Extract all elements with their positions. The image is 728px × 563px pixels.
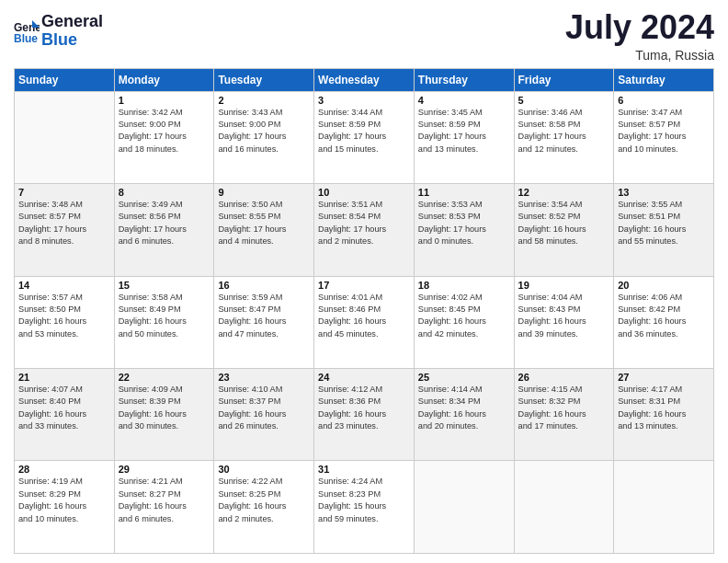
calendar-cell [514, 461, 614, 554]
calendar-cell: 27Sunrise: 4:17 AM Sunset: 8:31 PM Dayli… [614, 369, 714, 461]
calendar-cell: 10Sunrise: 3:51 AM Sunset: 8:54 PM Dayli… [314, 184, 415, 276]
calendar-cell: 9Sunrise: 3:50 AM Sunset: 8:55 PM Daylig… [214, 184, 314, 276]
day-info: Sunrise: 3:54 AM Sunset: 8:52 PM Dayligh… [518, 199, 610, 247]
day-number: 22 [119, 372, 210, 383]
svg-text:Blue: Blue [14, 32, 38, 44]
day-info: Sunrise: 4:21 AM Sunset: 8:27 PM Dayligh… [119, 476, 210, 524]
logo-line2: Blue [41, 30, 77, 49]
calendar: SundayMondayTuesdayWednesdayThursdayFrid… [14, 68, 714, 554]
calendar-cell: 8Sunrise: 3:49 AM Sunset: 8:56 PM Daylig… [114, 184, 214, 276]
day-number: 8 [119, 187, 210, 198]
day-info: Sunrise: 3:42 AM Sunset: 9:00 PM Dayligh… [119, 107, 210, 155]
day-info: Sunrise: 3:57 AM Sunset: 8:50 PM Dayligh… [18, 292, 110, 340]
calendar-week-row: 14Sunrise: 3:57 AM Sunset: 8:50 PM Dayli… [15, 276, 714, 368]
calendar-cell: 19Sunrise: 4:04 AM Sunset: 8:43 PM Dayli… [514, 276, 614, 368]
day-info: Sunrise: 4:14 AM Sunset: 8:34 PM Dayligh… [418, 384, 510, 432]
day-info: Sunrise: 4:15 AM Sunset: 8:32 PM Dayligh… [518, 384, 610, 432]
calendar-header-row: SundayMondayTuesdayWednesdayThursdayFrid… [15, 68, 714, 91]
day-number: 11 [418, 187, 510, 198]
logo: General Blue General Blue [14, 13, 103, 50]
calendar-cell: 29Sunrise: 4:21 AM Sunset: 8:27 PM Dayli… [114, 461, 214, 554]
day-info: Sunrise: 4:17 AM Sunset: 8:31 PM Dayligh… [618, 384, 710, 432]
logo-icon: General Blue [14, 18, 40, 44]
day-number: 21 [18, 372, 110, 383]
calendar-cell: 25Sunrise: 4:14 AM Sunset: 8:34 PM Dayli… [414, 369, 514, 461]
calendar-cell: 24Sunrise: 4:12 AM Sunset: 8:36 PM Dayli… [314, 369, 415, 461]
day-number: 13 [618, 187, 710, 198]
calendar-cell: 13Sunrise: 3:55 AM Sunset: 8:51 PM Dayli… [614, 184, 714, 276]
day-number: 20 [618, 280, 710, 291]
header: General Blue General Blue July 2024 Tuma… [14, 9, 714, 63]
day-info: Sunrise: 3:43 AM Sunset: 9:00 PM Dayligh… [218, 107, 310, 155]
day-info: Sunrise: 4:22 AM Sunset: 8:25 PM Dayligh… [218, 476, 310, 524]
location: Tuma, Russia [565, 48, 714, 63]
day-of-week-header: Saturday [614, 68, 714, 91]
day-number: 12 [518, 187, 610, 198]
day-info: Sunrise: 4:12 AM Sunset: 8:36 PM Dayligh… [318, 384, 410, 432]
day-number: 15 [119, 280, 210, 291]
calendar-cell: 14Sunrise: 3:57 AM Sunset: 8:50 PM Dayli… [15, 276, 115, 368]
month-year: July 2024 [565, 9, 714, 46]
day-number: 3 [318, 95, 410, 106]
day-number: 29 [119, 464, 210, 475]
calendar-cell: 7Sunrise: 3:48 AM Sunset: 8:57 PM Daylig… [15, 184, 115, 276]
day-of-week-header: Wednesday [314, 68, 415, 91]
logo-line1: General [41, 12, 103, 30]
logo-text: General Blue [41, 13, 103, 50]
day-info: Sunrise: 4:10 AM Sunset: 8:37 PM Dayligh… [218, 384, 310, 432]
day-of-week-header: Sunday [15, 68, 115, 91]
day-number: 4 [418, 95, 510, 106]
day-of-week-header: Thursday [414, 68, 514, 91]
day-info: Sunrise: 3:49 AM Sunset: 8:56 PM Dayligh… [119, 199, 210, 247]
day-info: Sunrise: 4:02 AM Sunset: 8:45 PM Dayligh… [418, 292, 510, 340]
calendar-cell: 28Sunrise: 4:19 AM Sunset: 8:29 PM Dayli… [15, 461, 115, 554]
day-info: Sunrise: 3:58 AM Sunset: 8:49 PM Dayligh… [119, 292, 210, 340]
day-info: Sunrise: 3:46 AM Sunset: 8:58 PM Dayligh… [518, 107, 610, 155]
day-info: Sunrise: 4:01 AM Sunset: 8:46 PM Dayligh… [318, 292, 410, 340]
calendar-cell: 2Sunrise: 3:43 AM Sunset: 9:00 PM Daylig… [214, 91, 314, 183]
calendar-cell: 20Sunrise: 4:06 AM Sunset: 8:42 PM Dayli… [614, 276, 714, 368]
calendar-cell: 17Sunrise: 4:01 AM Sunset: 8:46 PM Dayli… [314, 276, 415, 368]
calendar-cell: 5Sunrise: 3:46 AM Sunset: 8:58 PM Daylig… [514, 91, 614, 183]
calendar-cell: 26Sunrise: 4:15 AM Sunset: 8:32 PM Dayli… [514, 369, 614, 461]
day-number: 9 [218, 187, 310, 198]
day-number: 25 [418, 372, 510, 383]
calendar-cell: 15Sunrise: 3:58 AM Sunset: 8:49 PM Dayli… [114, 276, 214, 368]
day-info: Sunrise: 4:07 AM Sunset: 8:40 PM Dayligh… [18, 384, 110, 432]
day-number: 14 [18, 280, 110, 291]
calendar-cell: 4Sunrise: 3:45 AM Sunset: 8:59 PM Daylig… [414, 91, 514, 183]
calendar-cell [15, 91, 115, 183]
calendar-cell: 31Sunrise: 4:24 AM Sunset: 8:23 PM Dayli… [314, 461, 415, 554]
day-info: Sunrise: 3:55 AM Sunset: 8:51 PM Dayligh… [618, 199, 710, 247]
day-info: Sunrise: 3:45 AM Sunset: 8:59 PM Dayligh… [418, 107, 510, 155]
day-number: 1 [119, 95, 210, 106]
day-of-week-header: Monday [114, 68, 214, 91]
day-number: 19 [518, 280, 610, 291]
day-of-week-header: Friday [514, 68, 614, 91]
calendar-cell: 11Sunrise: 3:53 AM Sunset: 8:53 PM Dayli… [414, 184, 514, 276]
calendar-cell: 18Sunrise: 4:02 AM Sunset: 8:45 PM Dayli… [414, 276, 514, 368]
day-number: 16 [218, 280, 310, 291]
calendar-cell: 1Sunrise: 3:42 AM Sunset: 9:00 PM Daylig… [114, 91, 214, 183]
day-info: Sunrise: 4:19 AM Sunset: 8:29 PM Dayligh… [18, 476, 110, 524]
page: General Blue General Blue July 2024 Tuma… [0, 0, 728, 563]
day-number: 27 [618, 372, 710, 383]
day-number: 7 [18, 187, 110, 198]
day-number: 6 [618, 95, 710, 106]
calendar-week-row: 21Sunrise: 4:07 AM Sunset: 8:40 PM Dayli… [15, 369, 714, 461]
day-number: 5 [518, 95, 610, 106]
day-info: Sunrise: 3:44 AM Sunset: 8:59 PM Dayligh… [318, 107, 410, 155]
day-info: Sunrise: 3:53 AM Sunset: 8:53 PM Dayligh… [418, 199, 510, 247]
day-number: 23 [218, 372, 310, 383]
day-info: Sunrise: 3:51 AM Sunset: 8:54 PM Dayligh… [318, 199, 410, 247]
title-block: July 2024 Tuma, Russia [565, 9, 714, 63]
day-number: 30 [218, 464, 310, 475]
day-info: Sunrise: 4:04 AM Sunset: 8:43 PM Dayligh… [518, 292, 610, 340]
calendar-cell: 3Sunrise: 3:44 AM Sunset: 8:59 PM Daylig… [314, 91, 415, 183]
day-number: 2 [218, 95, 310, 106]
calendar-cell [614, 461, 714, 554]
calendar-cell: 22Sunrise: 4:09 AM Sunset: 8:39 PM Dayli… [114, 369, 214, 461]
day-info: Sunrise: 3:47 AM Sunset: 8:57 PM Dayligh… [618, 107, 710, 155]
day-info: Sunrise: 4:09 AM Sunset: 8:39 PM Dayligh… [119, 384, 210, 432]
calendar-week-row: 1Sunrise: 3:42 AM Sunset: 9:00 PM Daylig… [15, 91, 714, 183]
